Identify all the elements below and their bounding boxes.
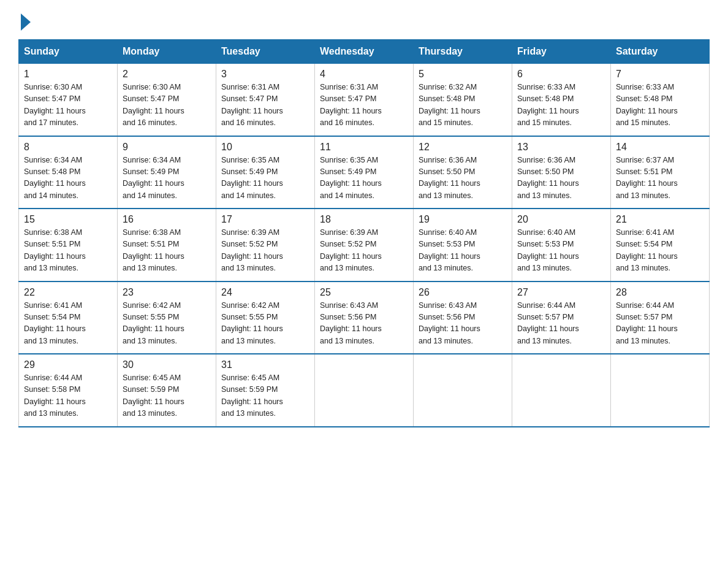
- calendar-cell: 5 Sunrise: 6:32 AMSunset: 5:48 PMDayligh…: [414, 64, 512, 136]
- calendar-cell: 31 Sunrise: 6:45 AMSunset: 5:59 PMDaylig…: [216, 354, 315, 427]
- calendar-cell: 9 Sunrise: 6:34 AMSunset: 5:49 PMDayligh…: [118, 136, 216, 209]
- day-info: Sunrise: 6:38 AMSunset: 5:51 PMDaylight:…: [24, 227, 112, 275]
- day-number: 31: [221, 359, 309, 370]
- calendar-cell: 1 Sunrise: 6:30 AMSunset: 5:47 PMDayligh…: [19, 64, 118, 136]
- weekday-header-row: SundayMondayTuesdayWednesdayThursdayFrid…: [19, 40, 710, 64]
- day-info: Sunrise: 6:44 AMSunset: 5:57 PMDaylight:…: [616, 300, 704, 348]
- day-number: 5: [419, 69, 507, 80]
- day-info: Sunrise: 6:38 AMSunset: 5:51 PMDaylight:…: [123, 227, 211, 275]
- weekday-header-friday: Friday: [512, 40, 611, 64]
- calendar-table: SundayMondayTuesdayWednesdayThursdayFrid…: [18, 39, 710, 427]
- calendar-cell: 30 Sunrise: 6:45 AMSunset: 5:59 PMDaylig…: [118, 354, 216, 427]
- calendar-cell: 29 Sunrise: 6:44 AMSunset: 5:58 PMDaylig…: [19, 354, 118, 427]
- day-number: 2: [123, 69, 211, 80]
- day-info: Sunrise: 6:36 AMSunset: 5:50 PMDaylight:…: [419, 155, 507, 202]
- calendar-cell: [315, 354, 414, 427]
- day-number: 23: [123, 287, 211, 298]
- weekday-header-saturday: Saturday: [611, 40, 710, 64]
- logo: [18, 12, 31, 28]
- day-info: Sunrise: 6:36 AMSunset: 5:50 PMDaylight:…: [517, 155, 605, 202]
- day-number: 1: [24, 69, 112, 80]
- calendar-week-row: 15 Sunrise: 6:38 AMSunset: 5:51 PMDaylig…: [19, 209, 710, 282]
- calendar-week-row: 29 Sunrise: 6:44 AMSunset: 5:58 PMDaylig…: [19, 354, 710, 427]
- day-info: Sunrise: 6:37 AMSunset: 5:51 PMDaylight:…: [616, 155, 704, 202]
- calendar-body: 1 Sunrise: 6:30 AMSunset: 5:47 PMDayligh…: [19, 64, 710, 427]
- day-info: Sunrise: 6:33 AMSunset: 5:48 PMDaylight:…: [616, 82, 704, 129]
- weekday-header-sunday: Sunday: [19, 40, 118, 64]
- calendar-cell: 18 Sunrise: 6:39 AMSunset: 5:52 PMDaylig…: [315, 209, 414, 282]
- calendar-cell: 24 Sunrise: 6:42 AMSunset: 5:55 PMDaylig…: [216, 282, 315, 354]
- day-info: Sunrise: 6:42 AMSunset: 5:55 PMDaylight:…: [123, 300, 211, 348]
- day-number: 18: [320, 214, 408, 225]
- day-number: 11: [320, 142, 408, 153]
- calendar-cell: 22 Sunrise: 6:41 AMSunset: 5:54 PMDaylig…: [19, 282, 118, 354]
- day-number: 7: [616, 69, 704, 80]
- calendar-cell: 28 Sunrise: 6:44 AMSunset: 5:57 PMDaylig…: [611, 282, 710, 354]
- day-info: Sunrise: 6:44 AMSunset: 5:58 PMDaylight:…: [24, 372, 112, 420]
- day-number: 17: [221, 214, 309, 225]
- day-info: Sunrise: 6:43 AMSunset: 5:56 PMDaylight:…: [419, 300, 507, 348]
- day-info: Sunrise: 6:35 AMSunset: 5:49 PMDaylight:…: [221, 155, 309, 202]
- calendar-cell: [611, 354, 710, 427]
- calendar-cell: 11 Sunrise: 6:35 AMSunset: 5:49 PMDaylig…: [315, 136, 414, 209]
- day-info: Sunrise: 6:31 AMSunset: 5:47 PMDaylight:…: [221, 82, 309, 129]
- day-number: 30: [123, 359, 211, 370]
- calendar-cell: 4 Sunrise: 6:31 AMSunset: 5:47 PMDayligh…: [315, 64, 414, 136]
- calendar-cell: 16 Sunrise: 6:38 AMSunset: 5:51 PMDaylig…: [118, 209, 216, 282]
- calendar-cell: 7 Sunrise: 6:33 AMSunset: 5:48 PMDayligh…: [611, 64, 710, 136]
- day-number: 16: [123, 214, 211, 225]
- calendar-week-row: 1 Sunrise: 6:30 AMSunset: 5:47 PMDayligh…: [19, 64, 710, 136]
- day-info: Sunrise: 6:35 AMSunset: 5:49 PMDaylight:…: [320, 155, 408, 202]
- page-header: [18, 12, 710, 28]
- calendar-cell: 8 Sunrise: 6:34 AMSunset: 5:48 PMDayligh…: [19, 136, 118, 209]
- calendar-cell: 2 Sunrise: 6:30 AMSunset: 5:47 PMDayligh…: [118, 64, 216, 136]
- day-number: 24: [221, 287, 309, 298]
- calendar-cell: [512, 354, 611, 427]
- calendar-cell: [414, 354, 512, 427]
- day-info: Sunrise: 6:44 AMSunset: 5:57 PMDaylight:…: [517, 300, 605, 348]
- calendar-cell: 19 Sunrise: 6:40 AMSunset: 5:53 PMDaylig…: [414, 209, 512, 282]
- calendar-cell: 10 Sunrise: 6:35 AMSunset: 5:49 PMDaylig…: [216, 136, 315, 209]
- calendar-cell: 15 Sunrise: 6:38 AMSunset: 5:51 PMDaylig…: [19, 209, 118, 282]
- day-info: Sunrise: 6:42 AMSunset: 5:55 PMDaylight:…: [221, 300, 309, 348]
- day-info: Sunrise: 6:41 AMSunset: 5:54 PMDaylight:…: [24, 300, 112, 348]
- day-info: Sunrise: 6:41 AMSunset: 5:54 PMDaylight:…: [616, 227, 704, 275]
- calendar-cell: 20 Sunrise: 6:40 AMSunset: 5:53 PMDaylig…: [512, 209, 611, 282]
- day-info: Sunrise: 6:33 AMSunset: 5:48 PMDaylight:…: [517, 82, 605, 129]
- calendar-cell: 21 Sunrise: 6:41 AMSunset: 5:54 PMDaylig…: [611, 209, 710, 282]
- calendar-cell: 27 Sunrise: 6:44 AMSunset: 5:57 PMDaylig…: [512, 282, 611, 354]
- calendar-header: SundayMondayTuesdayWednesdayThursdayFrid…: [19, 40, 710, 64]
- day-number: 10: [221, 142, 309, 153]
- day-number: 9: [123, 142, 211, 153]
- day-info: Sunrise: 6:39 AMSunset: 5:52 PMDaylight:…: [320, 227, 408, 275]
- day-number: 14: [616, 142, 704, 153]
- day-number: 15: [24, 214, 112, 225]
- day-info: Sunrise: 6:34 AMSunset: 5:48 PMDaylight:…: [24, 155, 112, 202]
- day-number: 8: [24, 142, 112, 153]
- calendar-cell: 12 Sunrise: 6:36 AMSunset: 5:50 PMDaylig…: [414, 136, 512, 209]
- day-info: Sunrise: 6:40 AMSunset: 5:53 PMDaylight:…: [419, 227, 507, 275]
- day-info: Sunrise: 6:40 AMSunset: 5:53 PMDaylight:…: [517, 227, 605, 275]
- day-info: Sunrise: 6:30 AMSunset: 5:47 PMDaylight:…: [123, 82, 211, 129]
- day-info: Sunrise: 6:45 AMSunset: 5:59 PMDaylight:…: [221, 372, 309, 420]
- day-number: 28: [616, 287, 704, 298]
- day-number: 3: [221, 69, 309, 80]
- day-number: 4: [320, 69, 408, 80]
- calendar-week-row: 22 Sunrise: 6:41 AMSunset: 5:54 PMDaylig…: [19, 282, 710, 354]
- day-number: 20: [517, 214, 605, 225]
- day-number: 6: [517, 69, 605, 80]
- weekday-header-thursday: Thursday: [414, 40, 512, 64]
- calendar-cell: 6 Sunrise: 6:33 AMSunset: 5:48 PMDayligh…: [512, 64, 611, 136]
- weekday-header-monday: Monday: [118, 40, 216, 64]
- day-info: Sunrise: 6:30 AMSunset: 5:47 PMDaylight:…: [24, 82, 112, 129]
- day-info: Sunrise: 6:45 AMSunset: 5:59 PMDaylight:…: [123, 372, 211, 420]
- calendar-cell: 23 Sunrise: 6:42 AMSunset: 5:55 PMDaylig…: [118, 282, 216, 354]
- day-number: 22: [24, 287, 112, 298]
- calendar-cell: 17 Sunrise: 6:39 AMSunset: 5:52 PMDaylig…: [216, 209, 315, 282]
- day-number: 12: [419, 142, 507, 153]
- day-number: 25: [320, 287, 408, 298]
- logo-arrow-icon: [21, 13, 31, 31]
- day-info: Sunrise: 6:34 AMSunset: 5:49 PMDaylight:…: [123, 155, 211, 202]
- day-number: 19: [419, 214, 507, 225]
- day-number: 29: [24, 359, 112, 370]
